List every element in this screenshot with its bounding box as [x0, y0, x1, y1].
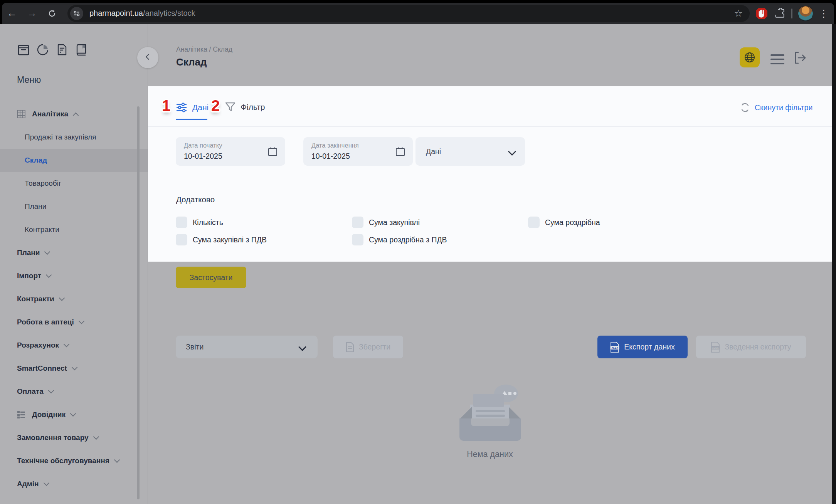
pie-chart-icon[interactable]	[36, 43, 49, 56]
calendar-icon[interactable]	[395, 146, 405, 157]
sidebar-item-smartconnect[interactable]: SmartConnect	[0, 357, 148, 380]
sidebar-item-calculation[interactable]: Розрахунок	[0, 334, 148, 357]
sidebar-item-label: Довідник	[32, 410, 66, 419]
date-start-label: Дата початку	[184, 142, 222, 149]
browser-chrome: ← → pharmapoint.ua/analytics/stock ☆ ⋮	[0, 0, 836, 24]
sidebar-item-label: Замовлення товару	[17, 433, 89, 442]
chevron-down-icon	[43, 480, 49, 486]
sidebar-item-admin[interactable]: Адмін	[0, 472, 148, 496]
active-tab-underline	[176, 119, 207, 120]
sidebar: Меню Аналітика Продажі та закупівля Скла…	[0, 24, 148, 504]
url-bar[interactable]: pharmapoint.ua/analytics/stock ☆	[67, 5, 750, 22]
date-start-field[interactable]: Дата початку 10-01-2025	[176, 137, 285, 166]
chevron-down-icon	[44, 249, 50, 255]
sidebar-item-label: Плани	[17, 249, 40, 257]
tabs-divider	[148, 126, 832, 127]
tab-filter[interactable]: Фільтр	[225, 102, 265, 112]
date-end-value: 10-01-2025	[311, 152, 350, 161]
apply-button[interactable]: Застосувати	[176, 267, 246, 288]
bookmark-star-icon[interactable]: ☆	[734, 8, 743, 19]
checkbox[interactable]	[176, 217, 187, 228]
sidebar-item-turnover[interactable]: Товарообіг	[0, 172, 148, 195]
checkbox[interactable]	[528, 217, 540, 228]
data-select[interactable]: Дані	[415, 137, 525, 166]
sidebar-item-plans-sub[interactable]: Плани	[0, 195, 148, 218]
annotation-badge-2: 2	[211, 98, 220, 113]
chevron-down-icon	[78, 318, 84, 324]
reload-icon[interactable]	[42, 9, 62, 18]
export-data-button[interactable]: XLSX Експорт даних	[597, 336, 688, 358]
checkbox[interactable]	[352, 234, 363, 245]
chevron-up-icon	[73, 112, 79, 118]
svg-text:XLSX: XLSX	[712, 346, 719, 349]
date-start-value: 10-01-2025	[184, 152, 222, 161]
grid-icon	[17, 110, 25, 118]
sidebar-scrollbar[interactable]	[137, 106, 140, 499]
profile-avatar[interactable]	[798, 6, 813, 21]
logout-icon[interactable]	[793, 50, 807, 67]
sidebar-item-goods-order[interactable]: Замовлення товару	[0, 426, 148, 449]
checkbox-retail-sum[interactable]: Сума роздрібна	[528, 217, 704, 228]
svg-text:XLSX: XLSX	[612, 346, 619, 349]
sidebar-item-stock[interactable]: Склад	[0, 149, 148, 172]
browser-menu-icon[interactable]: ⋮	[819, 8, 829, 18]
sidebar-item-directory[interactable]: Довідник	[0, 403, 148, 426]
browser-toolbar: ← → pharmapoint.ua/analytics/stock ☆ ⋮	[2, 3, 834, 24]
chevron-left-icon	[146, 54, 152, 60]
funnel-icon	[225, 102, 235, 112]
sidebar-item-label: Контракти	[25, 225, 59, 234]
sidebar-item-contracts-sub[interactable]: Контракти	[0, 218, 148, 241]
checkbox-purchase-sum[interactable]: Сума закупівлі	[352, 217, 528, 228]
extensions-puzzle-icon[interactable]	[774, 7, 786, 20]
data-select-value: Дані	[426, 147, 441, 156]
toolbar-divider	[791, 8, 792, 18]
url-text[interactable]: pharmapoint.ua/analytics/stock	[89, 9, 734, 18]
site-settings-icon[interactable]	[70, 7, 83, 20]
sidebar-item-payment[interactable]: Оплата	[0, 380, 148, 403]
checkbox-purchase-sum-vat[interactable]: Сума закупівлі з ПДВ	[176, 234, 352, 245]
additional-section-label: Додатково	[176, 195, 215, 204]
sidebar-item-label: Аналітика	[32, 110, 68, 118]
chevron-down-icon	[48, 388, 54, 394]
sidebar-quick-icons	[17, 43, 88, 56]
tab-data[interactable]: Дані	[176, 102, 209, 113]
url-host: pharmapoint.ua	[89, 9, 143, 17]
page-scrollbar[interactable]	[832, 24, 836, 504]
sidebar-item-label: Адмін	[17, 480, 39, 488]
sidebar-item-import[interactable]: Імпорт	[0, 264, 148, 287]
sidebar-item-label: Контракти	[17, 295, 54, 303]
chevron-down-icon	[64, 341, 70, 348]
adblock-extension-icon[interactable]	[755, 7, 768, 20]
list-icon	[17, 410, 25, 419]
reset-filters-button[interactable]: Скинути фільтри	[740, 102, 812, 113]
reports-select-value: Звіти	[186, 343, 204, 351]
document-icon[interactable]	[56, 43, 69, 56]
save-button[interactable]: Зберегти	[333, 336, 403, 358]
calendar-icon[interactable]	[267, 146, 278, 157]
sidebar-item-plans[interactable]: Плани	[0, 241, 148, 264]
date-end-field[interactable]: Дата закінчення 10-01-2025	[303, 137, 413, 166]
xlsx-file-icon: XLSX	[711, 342, 720, 353]
sidebar-item-sales-purchase[interactable]: Продажі та закупівля	[0, 126, 148, 149]
reports-select[interactable]: Звіти	[176, 336, 318, 358]
empty-state-text: Нема даних	[442, 450, 538, 459]
package-icon[interactable]	[17, 43, 30, 56]
checkbox[interactable]	[176, 234, 187, 245]
checkbox-retail-sum-vat[interactable]: Сума роздрібна з ПДВ	[352, 234, 528, 245]
sidebar-item-pharmacy-work[interactable]: Робота в аптеці	[0, 311, 148, 334]
sidebar-item-maintenance[interactable]: Технічне обслуговування	[0, 449, 148, 472]
sidebar-item-contracts[interactable]: Контракти	[0, 287, 148, 311]
sidebar-item-analytics[interactable]: Аналітика	[0, 102, 148, 126]
language-globe-button[interactable]	[740, 47, 760, 67]
back-icon[interactable]: ←	[2, 7, 22, 19]
book-icon[interactable]	[75, 43, 88, 56]
forward-icon[interactable]: →	[22, 7, 42, 19]
checkbox-quantity[interactable]: Кількість	[176, 217, 352, 228]
chevron-down-icon	[46, 272, 52, 278]
section-divider	[148, 320, 832, 320]
menu-hamburger-icon[interactable]	[770, 54, 784, 67]
sidebar-collapse-button[interactable]	[137, 47, 158, 68]
export-summary-button[interactable]: XLSX Зведення експорту	[696, 336, 806, 358]
checkbox[interactable]	[352, 217, 363, 228]
globe-icon	[744, 52, 755, 63]
